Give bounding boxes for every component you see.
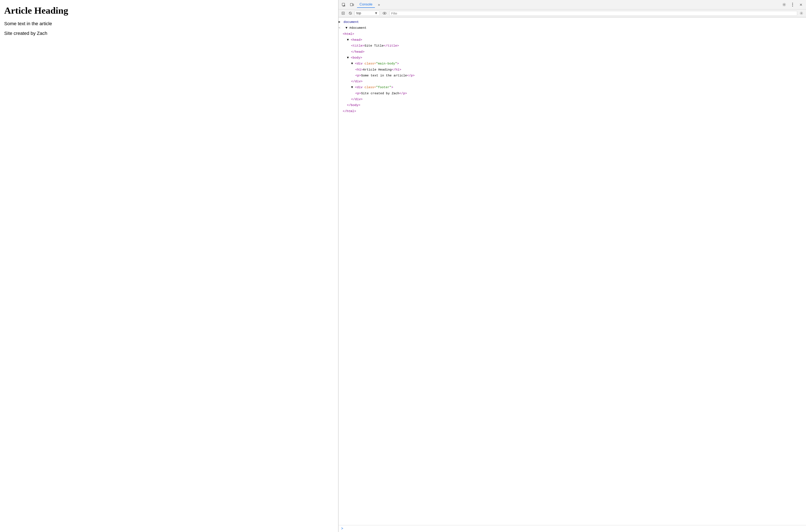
expand-arrow-icon[interactable]: ►	[339, 20, 342, 24]
play-icon[interactable]	[340, 10, 346, 16]
svg-rect-5	[353, 4, 354, 6]
article-paragraph: Some text in the article	[4, 21, 334, 26]
article-heading: Article Heading	[4, 5, 334, 16]
head-expand-icon[interactable]: ▼	[347, 37, 351, 42]
console-line-title: <title>Site Title</title>	[339, 43, 806, 49]
console-line-html: <html>	[339, 31, 806, 37]
svg-line-13	[349, 12, 351, 14]
console-line-html-close: </html>	[339, 108, 806, 114]
footer-paragraph: Site created by Zach	[4, 31, 334, 36]
webpage-preview: Article Heading Some text in the article…	[0, 0, 339, 532]
svg-marker-11	[343, 13, 344, 14]
more-options-icon[interactable]	[789, 1, 796, 8]
console-line-document: ► document	[339, 19, 806, 25]
console-line-body-close: </body>	[339, 102, 806, 108]
hash-document[interactable]: ▼ #document	[344, 25, 366, 31]
back-arrow-icon: <	[339, 25, 342, 31]
console-input-row: >	[339, 525, 806, 532]
svg-point-8	[792, 4, 793, 5]
dropdown-arrow-icon: ▼	[375, 11, 378, 15]
close-icon: ×	[800, 2, 802, 7]
console-line-hash-document: < ▼ #document	[339, 25, 806, 31]
devtools-toolbar: Console » ×	[339, 0, 806, 10]
html-tag: <html>	[343, 32, 354, 37]
console-line-head: ▼ <head>	[339, 37, 806, 43]
tab-console[interactable]: Console	[357, 1, 375, 8]
body-expand-icon[interactable]: ▼	[347, 55, 351, 60]
console-line-head-close: </head>	[339, 49, 806, 55]
console-line-div-main: ▼ <div class="main-body">	[339, 61, 806, 66]
console-line-h1: <h1>Article Heading</h1>	[339, 67, 806, 73]
devtools-toolbar2: top ▼	[339, 10, 806, 17]
console-line-div-footer-close: </div>	[339, 96, 806, 102]
tab-more[interactable]: »	[377, 2, 381, 8]
console-text-document: document	[344, 20, 359, 24]
settings-icon[interactable]	[781, 1, 788, 8]
console-prompt: >	[341, 527, 343, 531]
div-main-expand-icon[interactable]: ▼	[351, 61, 355, 66]
console-input[interactable]	[345, 527, 804, 531]
svg-point-7	[792, 3, 793, 4]
svg-rect-4	[350, 3, 353, 6]
console-line-body: ▼ <body>	[339, 55, 806, 61]
eye-icon[interactable]	[381, 10, 388, 16]
console-content: ► document < ▼ #document <html> ▼ <head>…	[339, 17, 806, 525]
devtools-panel: Console » ×	[339, 0, 806, 532]
svg-point-9	[792, 6, 793, 6]
console-settings-icon[interactable]	[799, 10, 804, 16]
console-line-div-footer: ▼ <div class="footer">	[339, 84, 806, 90]
context-value: top	[357, 11, 361, 15]
svg-point-15	[384, 13, 385, 14]
context-selector[interactable]: top ▼	[354, 11, 380, 16]
close-button[interactable]: ×	[798, 1, 804, 8]
block-icon[interactable]	[347, 10, 353, 16]
svg-point-6	[784, 4, 785, 5]
console-line-p2: <p>Site created by Zach</p>	[339, 91, 806, 96]
div-footer-expand-icon[interactable]: ▼	[351, 85, 355, 90]
device-toolbar-icon[interactable]	[349, 1, 356, 8]
console-line-p1: <p>Some text in the article</p>	[339, 73, 806, 78]
console-line-div-main-close: </div>	[339, 78, 806, 84]
svg-point-16	[801, 13, 802, 14]
filter-input[interactable]	[389, 11, 797, 16]
inspect-icon[interactable]	[340, 1, 347, 8]
